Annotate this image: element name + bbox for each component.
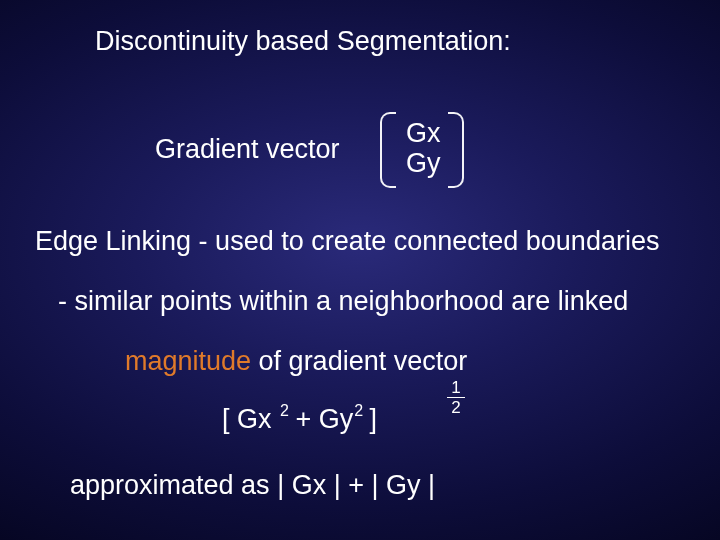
formula-close: ] <box>362 404 377 434</box>
formula-exp-gx: 2 <box>280 402 289 419</box>
outer-exp-numerator: 1 <box>451 378 460 397</box>
formula-exp-gy: 2 <box>354 402 363 419</box>
magnitude-formula: [ Gx 2 + Gy2 ] <box>222 404 377 435</box>
similar-points-text: - similar points within a neighborhood a… <box>58 286 628 317</box>
slide-title: Discontinuity based Segmentation: <box>95 26 511 57</box>
gradient-vector-label: Gradient vector <box>155 134 340 165</box>
formula-open: [ Gx <box>222 404 279 434</box>
outer-exp-denominator: 2 <box>451 398 460 417</box>
magnitude-word: magnitude <box>125 346 251 376</box>
approximation-expression: | Gx | + | Gy | <box>277 470 435 500</box>
gradient-gx: Gx <box>406 118 441 149</box>
gradient-gy: Gy <box>406 148 441 179</box>
right-bracket <box>448 112 464 188</box>
formula-mid: + Gy <box>288 404 353 434</box>
approximation-line: approximated as | Gx | + | Gy | <box>70 470 435 501</box>
approximation-label: approximated as <box>70 470 277 500</box>
left-bracket <box>380 112 396 188</box>
gradient-vector-bracket: Gx Gy <box>380 112 464 184</box>
magnitude-label: magnitude of gradient vector <box>125 346 467 377</box>
magnitude-rest: of gradient vector <box>251 346 467 376</box>
edge-linking-text: Edge Linking - used to create connected … <box>35 226 659 257</box>
outer-exponent-fraction: 1 2 <box>447 380 465 415</box>
